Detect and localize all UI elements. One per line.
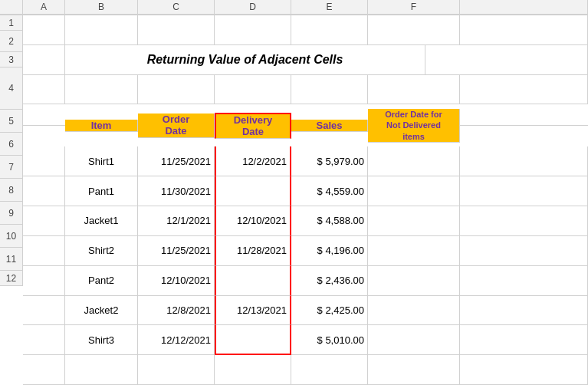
grid-row-9: Pant2 12/10/2021 $ 2,436.00	[23, 266, 588, 296]
cell-b1[interactable]	[65, 15, 138, 45]
cell-sales-7[interactable]: $ 5,010.00	[291, 325, 368, 355]
cell-item-3[interactable]: Jacket1	[65, 206, 138, 236]
cell-delivery-date-6[interactable]: 12/13/2021	[215, 296, 291, 326]
cell-a11[interactable]	[23, 325, 65, 355]
corner-cell	[0, 0, 23, 15]
row-num-9: 9	[0, 202, 23, 225]
cell-sales-1[interactable]: $ 5,979.00	[291, 146, 368, 176]
col-header-rest	[460, 0, 588, 15]
row-num-6: 6	[0, 133, 23, 156]
cell-delivery-date-4[interactable]: 11/28/2021	[215, 236, 291, 266]
header-order-date: Order Date	[138, 114, 215, 138]
cell-e3[interactable]	[291, 75, 368, 105]
col-header-c: C	[138, 0, 215, 15]
cell-order-date-2[interactable]: 11/30/2021	[138, 176, 215, 206]
cell-order-date-6[interactable]: 12/8/2021	[138, 296, 215, 326]
cell-rest12	[460, 355, 588, 385]
cell-item-6[interactable]: Jacket2	[65, 296, 138, 326]
cell-f5[interactable]	[368, 146, 460, 176]
cell-rest4	[460, 125, 588, 126]
cell-rest2	[425, 45, 588, 75]
cell-item-5[interactable]: Pant2	[65, 266, 138, 296]
cell-d12[interactable]	[215, 355, 291, 385]
cell-rest9	[460, 266, 588, 296]
col-header-e: E	[291, 0, 368, 15]
grid-row-8: Shirt2 11/25/2021 11/28/2021 $ 4,196.00	[23, 236, 588, 266]
row-num-7: 7	[0, 156, 23, 179]
cell-a6[interactable]	[23, 176, 65, 206]
grid-row-11: Shirt3 12/12/2021 $ 5,010.00	[23, 325, 588, 355]
cell-d3[interactable]	[215, 75, 291, 105]
header-order-date-not-delivered: Order Date for Not Delivered items	[368, 109, 460, 143]
cell-delivery-date-1[interactable]: 12/2/2021	[215, 146, 291, 176]
cell-item-1[interactable]: Shirt1	[65, 146, 138, 176]
cell-f8[interactable]	[368, 236, 460, 266]
cell-sales-6[interactable]: $ 2,425.00	[291, 296, 368, 326]
row-num-3: 3	[0, 52, 23, 67]
cell-f3[interactable]	[368, 75, 460, 105]
cell-a7[interactable]	[23, 206, 65, 236]
spreadsheet: A B C D E F 1 2 3 4 5 6 7 8 9 10 11 12	[0, 0, 588, 385]
cell-b12[interactable]	[65, 355, 138, 385]
cell-a8[interactable]	[23, 236, 65, 266]
cell-a9[interactable]	[23, 266, 65, 296]
grid-row-2: Returning Value of Adjacent Cells	[23, 45, 588, 75]
header-item: Item	[65, 120, 138, 133]
cell-f7[interactable]	[368, 206, 460, 236]
header-delivery-date: Delivery Date	[215, 113, 291, 139]
row-num-1: 1	[0, 15, 23, 31]
cell-a4[interactable]	[23, 125, 65, 126]
cell-order-date-1[interactable]: 11/25/2021	[138, 146, 215, 176]
grid-row-1	[23, 15, 588, 45]
row-num-12: 12	[0, 271, 23, 286]
cell-sales-5[interactable]: $ 2,436.00	[291, 266, 368, 296]
cell-item-7[interactable]: Shirt3	[65, 325, 138, 355]
cell-c1[interactable]	[138, 15, 215, 45]
grid-row-12	[23, 355, 588, 385]
cell-a10[interactable]	[23, 296, 65, 326]
cell-rest6	[460, 176, 588, 206]
cell-delivery-date-7[interactable]	[215, 325, 291, 355]
col-header-d: D	[215, 0, 291, 15]
cell-delivery-date-3[interactable]: 12/10/2021	[215, 206, 291, 236]
cell-c3[interactable]	[138, 75, 215, 105]
cell-f11[interactable]	[368, 325, 460, 355]
col-header-f: F	[368, 0, 460, 15]
row-num-4: 4	[0, 67, 23, 110]
cell-item-2[interactable]: Pant1	[65, 176, 138, 206]
cell-order-date-4[interactable]: 11/25/2021	[138, 236, 215, 266]
grid-row-6: Pant1 11/30/2021 $ 4,559.00	[23, 176, 588, 206]
cell-order-date-5[interactable]: 12/10/2021	[138, 266, 215, 296]
cell-order-date-3[interactable]: 12/1/2021	[138, 206, 215, 236]
cell-e1[interactable]	[291, 15, 368, 45]
cell-delivery-date-5[interactable]	[215, 266, 291, 296]
cell-a3[interactable]	[23, 75, 65, 105]
col-header-a: A	[23, 0, 65, 15]
cell-d1[interactable]	[215, 15, 291, 45]
header-sales: Sales	[291, 120, 368, 132]
cell-f1[interactable]	[368, 15, 460, 45]
row-num-10: 10	[0, 225, 23, 248]
cell-delivery-date-2[interactable]	[215, 176, 291, 206]
cell-rest1	[460, 15, 588, 45]
cell-a2[interactable]	[23, 45, 65, 75]
cell-sales-2[interactable]: $ 4,559.00	[291, 176, 368, 206]
cell-item-4[interactable]: Shirt2	[65, 236, 138, 266]
cell-sales-3[interactable]: $ 4,588.00	[291, 206, 368, 236]
cell-f10[interactable]	[368, 296, 460, 326]
cell-f12[interactable]	[368, 355, 460, 385]
cell-c12[interactable]	[138, 355, 215, 385]
row-num-8: 8	[0, 179, 23, 202]
cell-rest8	[460, 236, 588, 266]
cell-a1[interactable]	[23, 15, 65, 45]
cell-a12[interactable]	[23, 355, 65, 385]
cell-a5[interactable]	[23, 146, 65, 176]
cell-b3[interactable]	[65, 75, 138, 105]
grid-row-5: Shirt1 11/25/2021 12/2/2021 $ 5,979.00	[23, 146, 588, 176]
cell-f6[interactable]	[368, 176, 460, 206]
cell-order-date-7[interactable]: 12/12/2021	[138, 325, 215, 355]
cell-sales-4[interactable]: $ 4,196.00	[291, 236, 368, 266]
grid-row-3	[23, 75, 588, 105]
cell-f9[interactable]	[368, 266, 460, 296]
cell-e12[interactable]	[291, 355, 368, 385]
